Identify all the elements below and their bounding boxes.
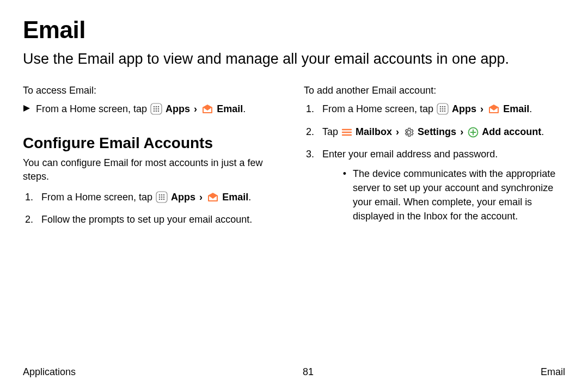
add-step3-note-text: The device communicates with the appropr… bbox=[353, 167, 564, 223]
svg-point-28 bbox=[440, 111, 442, 112]
step1-prefix: From a Home screen, tap bbox=[41, 192, 155, 203]
svg-point-16 bbox=[161, 197, 163, 198]
svg-point-6 bbox=[156, 108, 157, 110]
svg-marker-0 bbox=[23, 105, 30, 112]
access-text-prefix: From a Home screen, tap bbox=[36, 103, 150, 114]
email-icon bbox=[207, 191, 219, 207]
svg-point-22 bbox=[440, 106, 442, 108]
chevron-icon: › bbox=[459, 126, 464, 137]
svg-point-9 bbox=[156, 111, 157, 112]
apps-label: Apps bbox=[452, 103, 476, 114]
svg-point-4 bbox=[158, 106, 160, 108]
add-step3-text: Enter your email address and password. bbox=[322, 149, 498, 160]
svg-point-26 bbox=[442, 108, 444, 110]
access-step: From a Home screen, tap Apps › bbox=[23, 102, 283, 119]
svg-point-3 bbox=[156, 106, 157, 108]
play-arrow-icon bbox=[23, 102, 36, 115]
footer-left: Applications bbox=[23, 366, 76, 378]
svg-point-14 bbox=[163, 194, 165, 196]
configure-step-1: 1. From a Home screen, tap Apps bbox=[23, 190, 283, 207]
svg-point-24 bbox=[444, 106, 446, 108]
svg-point-30 bbox=[444, 111, 446, 112]
add-account-lead: To add another Email account: bbox=[304, 85, 564, 96]
apps-label: Apps bbox=[166, 103, 190, 114]
svg-point-19 bbox=[161, 199, 163, 200]
svg-point-25 bbox=[440, 108, 442, 110]
chevron-icon: › bbox=[198, 192, 204, 203]
apps-label: Apps bbox=[171, 192, 195, 203]
apps-icon bbox=[150, 103, 162, 119]
list-number: 3. bbox=[304, 147, 322, 161]
configure-heading: Configure Email Accounts bbox=[23, 134, 283, 152]
add-step3-note: • The device communicates with the appro… bbox=[330, 167, 564, 223]
step2-text: Follow the prompts to set up your email … bbox=[41, 212, 283, 226]
list-number: 2. bbox=[23, 212, 41, 226]
svg-point-13 bbox=[161, 194, 163, 196]
svg-point-7 bbox=[158, 108, 160, 110]
chevron-icon: › bbox=[193, 103, 198, 114]
add-step-3: 3. Enter your email address and password… bbox=[304, 147, 564, 229]
mailbox-label: Mailbox bbox=[356, 126, 392, 137]
svg-point-29 bbox=[442, 111, 444, 112]
email-label: Email bbox=[503, 103, 529, 114]
add-icon bbox=[468, 127, 479, 142]
apps-icon bbox=[156, 191, 168, 207]
email-icon bbox=[201, 103, 213, 119]
svg-point-17 bbox=[163, 197, 165, 198]
left-column: To access Email: From a Home screen, tap bbox=[23, 83, 283, 234]
add-step-1: 1. From a Home screen, tap Apps bbox=[304, 102, 564, 119]
footer-center: 81 bbox=[303, 366, 314, 378]
email-label: Email bbox=[217, 103, 243, 114]
svg-point-2 bbox=[154, 106, 155, 108]
access-lead: To access Email: bbox=[23, 85, 283, 96]
list-number: 1. bbox=[304, 102, 322, 116]
chevron-icon: › bbox=[395, 126, 400, 137]
add-step1-prefix: From a Home screen, tap bbox=[322, 103, 436, 114]
settings-icon bbox=[403, 127, 414, 142]
chevron-icon: › bbox=[479, 103, 485, 114]
apps-icon bbox=[437, 103, 449, 119]
add-step2-prefix: Tap bbox=[322, 126, 341, 137]
page-subtitle: Use the Email app to view and manage all… bbox=[23, 49, 565, 69]
list-number: 2. bbox=[304, 125, 322, 139]
svg-point-5 bbox=[154, 108, 155, 110]
email-icon bbox=[488, 103, 500, 119]
configure-step-2: 2. Follow the prompts to set up your ema… bbox=[23, 212, 283, 226]
settings-label: Settings bbox=[418, 126, 456, 137]
svg-point-20 bbox=[163, 199, 165, 200]
svg-point-18 bbox=[159, 199, 161, 200]
svg-point-23 bbox=[442, 106, 444, 108]
page-footer: Applications 81 Email bbox=[23, 366, 565, 378]
svg-point-27 bbox=[444, 108, 446, 110]
add-account-label: Add account bbox=[482, 126, 541, 137]
email-label: Email bbox=[222, 192, 248, 203]
configure-intro: You can configure Email for most account… bbox=[23, 156, 283, 183]
footer-right: Email bbox=[541, 366, 565, 378]
bullet-icon: • bbox=[330, 167, 353, 181]
menu-icon bbox=[341, 127, 352, 142]
list-number: 1. bbox=[23, 190, 41, 204]
right-column: To add another Email account: 1. From a … bbox=[304, 83, 564, 234]
page-title: Email bbox=[23, 16, 565, 44]
svg-point-15 bbox=[159, 197, 161, 198]
svg-point-8 bbox=[154, 111, 155, 112]
svg-point-12 bbox=[159, 194, 161, 196]
svg-point-10 bbox=[158, 111, 160, 112]
add-step-2: 2. Tap Mailbox › bbox=[304, 125, 564, 142]
